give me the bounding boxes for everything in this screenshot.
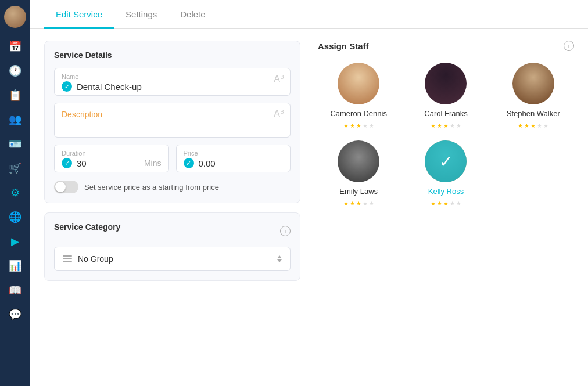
assign-staff-info-icon[interactable]: i xyxy=(564,41,574,51)
book-icon[interactable]: 📖 xyxy=(5,280,26,301)
staff-name-cameron: Cameron Dennis xyxy=(330,109,387,118)
name-field[interactable]: Aᴮ Name ✓ Dental Check-up xyxy=(54,68,291,96)
translate-icon[interactable]: Aᴮ xyxy=(274,73,284,84)
tab-edit-service[interactable]: Edit Service xyxy=(44,0,114,29)
staff-item-emily[interactable]: Emily Laws ★★★★★ xyxy=(318,140,399,207)
duration-label: Duration xyxy=(62,150,162,157)
category-value: No Group xyxy=(78,254,113,264)
description-translate-icon[interactable]: Aᴮ xyxy=(274,108,284,119)
tab-settings[interactable]: Settings xyxy=(114,0,168,29)
message-icon[interactable]: 💬 xyxy=(5,304,26,325)
category-header: Service Category i xyxy=(54,222,291,240)
assign-staff-title: Assign Staff xyxy=(318,41,369,51)
staff-avatar-wrap-carol xyxy=(425,63,467,104)
staff-avatar-cameron xyxy=(338,63,379,104)
name-value: Dental Check-up xyxy=(77,82,283,92)
content-area: Service Details Aᴮ Name ✓ Dental Check-u… xyxy=(30,29,588,386)
left-panel: Service Details Aᴮ Name ✓ Dental Check-u… xyxy=(44,41,300,374)
category-title: Service Category xyxy=(54,222,120,232)
service-details-card: Service Details Aᴮ Name ✓ Dental Check-u… xyxy=(44,41,300,203)
toggle-knob xyxy=(55,182,66,192)
category-select[interactable]: No Group xyxy=(54,247,291,271)
staff-avatar-wrap-cameron xyxy=(338,63,379,104)
chart-icon[interactable]: 📊 xyxy=(5,255,26,276)
tab-delete[interactable]: Delete xyxy=(168,0,217,29)
description-placeholder: Description xyxy=(62,110,102,119)
staff-stars-kelly: ★★★★★ xyxy=(431,200,461,207)
name-label: Name xyxy=(62,73,283,80)
staff-avatar-wrap-emily xyxy=(338,140,379,182)
duration-check-icon: ✓ xyxy=(62,158,72,168)
play-icon[interactable]: ▶ xyxy=(5,231,26,252)
duration-price-row: Duration ✓ 30 Mins Price ✓ 0.00 xyxy=(54,145,291,172)
price-field[interactable]: Price ✓ 0.00 xyxy=(176,145,291,172)
duration-field[interactable]: Duration ✓ 30 Mins xyxy=(54,145,169,172)
staff-avatar-carol xyxy=(425,63,467,104)
category-info-icon[interactable]: i xyxy=(280,226,291,236)
clock-icon[interactable]: 🕐 xyxy=(5,60,26,81)
calendar-icon[interactable]: 📅 xyxy=(5,36,26,57)
price-toggle-row: Set service price as a starting from pri… xyxy=(54,181,291,193)
right-panel: Assign Staff i Cameron Dennis ★★★★★ xyxy=(318,41,574,374)
staff-avatar-wrap-stephen xyxy=(512,63,554,104)
price-label: Price xyxy=(184,150,284,157)
staff-item-carol[interactable]: Carol Franks ★★★★★ xyxy=(405,63,486,129)
staff-name-stephen: Stephen Walker xyxy=(507,109,560,118)
select-left: No Group xyxy=(63,254,113,264)
duration-value: 30 xyxy=(77,158,139,168)
description-field[interactable]: Aᴮ Description xyxy=(54,103,291,138)
staff-name-kelly: Kelly Ross xyxy=(428,187,464,196)
id-icon[interactable]: 🪪 xyxy=(5,134,26,154)
assign-staff-header: Assign Staff i xyxy=(318,41,574,51)
price-toggle[interactable] xyxy=(54,181,78,193)
staff-avatar-stephen xyxy=(512,63,554,104)
list-icon[interactable]: 📋 xyxy=(5,85,26,106)
service-details-title: Service Details xyxy=(54,50,291,60)
name-check-icon: ✓ xyxy=(62,81,72,92)
staff-stars-carol: ★★★★★ xyxy=(431,122,461,129)
staff-grid: Cameron Dennis ★★★★★ Carol Franks ★★★★★ xyxy=(318,63,574,207)
staff-item-stephen[interactable]: Stephen Walker ★★★★★ xyxy=(493,63,574,129)
staff-name-carol: Carol Franks xyxy=(424,109,467,118)
staff-stars-emily: ★★★★★ xyxy=(343,200,374,207)
service-category-card: Service Category i No Group xyxy=(44,212,300,281)
staff-avatar-wrap-kelly: ✓ xyxy=(425,140,467,182)
staff-selected-overlay-kelly: ✓ xyxy=(425,140,467,182)
header-tabs: Edit Service Settings Delete xyxy=(30,0,588,29)
toggle-label: Set service price as a starting from pri… xyxy=(84,183,219,192)
staff-name-emily: Emily Laws xyxy=(339,187,378,196)
duration-suffix: Mins xyxy=(144,158,162,168)
user-avatar[interactable] xyxy=(4,6,26,28)
chevron-updown-icon xyxy=(277,255,282,262)
main-content: Edit Service Settings Delete Service Det… xyxy=(30,0,588,386)
globe-icon[interactable]: 🌐 xyxy=(5,207,26,228)
staff-stars-stephen: ★★★★★ xyxy=(518,122,548,129)
sidebar: 📅 🕐 📋 👥 🪪 🛒 ⚙ 🌐 ▶ 📊 📖 💬 xyxy=(0,0,30,386)
staff-stars-cameron: ★★★★★ xyxy=(343,122,374,129)
users-icon[interactable]: 👥 xyxy=(5,109,26,130)
price-check-icon: ✓ xyxy=(184,158,194,168)
staff-avatar-emily xyxy=(338,140,379,182)
staff-item-kelly[interactable]: ✓ Kelly Ross ★★★★★ xyxy=(405,140,486,207)
price-value: 0.00 xyxy=(199,158,284,168)
cart-icon[interactable]: 🛒 xyxy=(5,158,26,179)
lines-icon xyxy=(63,255,72,262)
staff-item-cameron[interactable]: Cameron Dennis ★★★★★ xyxy=(318,63,399,129)
settings-icon[interactable]: ⚙ xyxy=(5,182,26,203)
